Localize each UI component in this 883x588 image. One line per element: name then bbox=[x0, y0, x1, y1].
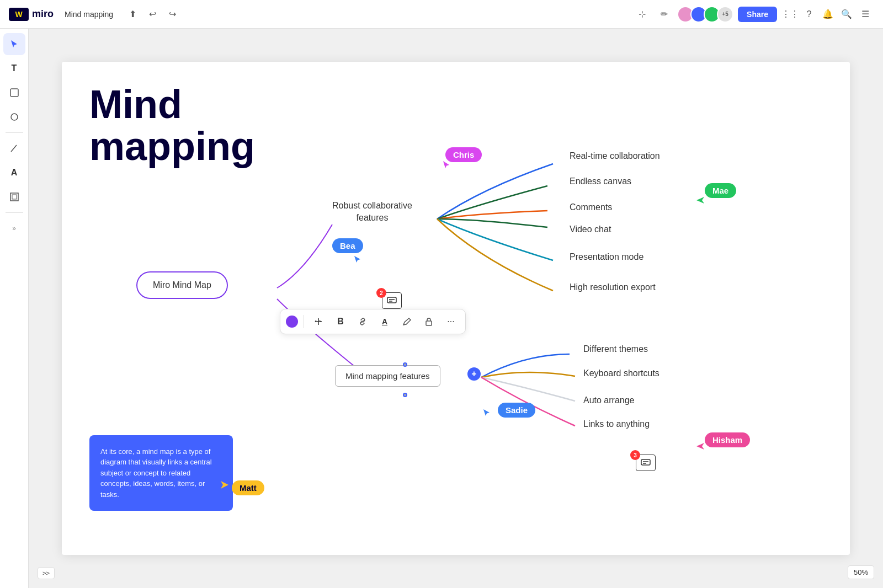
topbar-left: W miro Mind mapping ⬆ ↩ ↪ bbox=[9, 6, 182, 23]
topbar-icons: ⋮⋮ ? 🔔 🔍 ☰ bbox=[781, 6, 874, 23]
sidebar-item-font[interactable]: A bbox=[3, 162, 25, 184]
svg-rect-10 bbox=[387, 297, 396, 303]
toolbar-color-swatch[interactable] bbox=[286, 316, 298, 328]
selection-dot-1 bbox=[403, 362, 407, 367]
toolbar-pen[interactable] bbox=[398, 313, 416, 330]
marker-icon-btn[interactable]: ✏ bbox=[655, 6, 673, 23]
toolbar-link[interactable] bbox=[354, 313, 371, 330]
cursor-label-chris: Chris bbox=[445, 147, 482, 162]
export-button[interactable]: ⬆ bbox=[124, 6, 142, 23]
svg-rect-13 bbox=[641, 459, 650, 465]
notifications-icon-btn[interactable]: 🔔 bbox=[819, 6, 837, 23]
bea-cursor-arrow bbox=[353, 255, 363, 267]
toolbar-lock[interactable] bbox=[420, 313, 438, 330]
topbar-actions: ⬆ ↩ ↪ bbox=[124, 6, 182, 23]
branch-label-3: Comments bbox=[570, 202, 612, 212]
info-text: At its core, a mind map is a type of dia… bbox=[100, 447, 212, 499]
search-icon-btn[interactable]: 🔍 bbox=[838, 6, 855, 23]
sidebar-item-frame[interactable] bbox=[3, 186, 25, 208]
sidebar-separator-2 bbox=[6, 212, 23, 213]
sidebar-item-pen[interactable] bbox=[3, 137, 25, 159]
toolbar-font-color[interactable]: A bbox=[376, 313, 393, 330]
board: Mind mapping Miro Mind Map Robust collab… bbox=[62, 62, 850, 555]
branch-label-10: Links to anything bbox=[583, 419, 650, 429]
branch-label-6: High resolution export bbox=[570, 282, 656, 292]
toolbar-bold[interactable]: B bbox=[332, 313, 349, 330]
expand-sidebar-btn[interactable]: >> bbox=[38, 567, 55, 579]
info-box: At its core, a mind map is a type of dia… bbox=[89, 435, 233, 511]
share-button[interactable]: Share bbox=[738, 7, 777, 22]
redo-button[interactable]: ↪ bbox=[164, 6, 182, 23]
undo-button[interactable]: ↩ bbox=[144, 6, 162, 23]
svg-rect-9 bbox=[426, 321, 432, 325]
topbar-right: ⊹ ✏ +5 Share ⋮⋮ ? 🔔 🔍 ☰ bbox=[633, 6, 874, 23]
layout-icon-btn[interactable]: ⋮⋮ bbox=[781, 6, 799, 23]
board-content: Mind mapping Miro Mind Map Robust collab… bbox=[62, 62, 850, 555]
main: T A » bbox=[0, 29, 883, 588]
topbar: W miro Mind mapping ⬆ ↩ ↪ ⊹ ✏ +5 Share ⋮… bbox=[0, 0, 883, 29]
branch-label-9: Auto arrange bbox=[583, 395, 635, 405]
logo-text: miro bbox=[32, 8, 54, 20]
board-title: Mind mapping bbox=[89, 84, 255, 167]
svg-rect-4 bbox=[12, 195, 17, 199]
cursor-label-mae: Mae bbox=[705, 183, 736, 198]
menu-icon-btn[interactable]: ☰ bbox=[857, 6, 874, 23]
mae-cursor-arrow bbox=[695, 195, 706, 209]
branch-label-4: Video chat bbox=[570, 224, 611, 234]
cursor-label-bea: Bea bbox=[332, 238, 363, 253]
selection-dot-2 bbox=[403, 393, 407, 397]
hisham-cursor-arrow bbox=[695, 441, 706, 455]
miro-logo: W miro bbox=[9, 8, 54, 21]
sidebar-item-text[interactable]: T bbox=[3, 57, 25, 79]
sidebar-item-shape[interactable] bbox=[3, 106, 25, 128]
robust-node: Robust collaborative features bbox=[332, 200, 412, 224]
central-node[interactable]: Miro Mind Map bbox=[136, 271, 228, 299]
cursor-label-sadie: Sadie bbox=[498, 403, 535, 418]
canvas[interactable]: Mind mapping Miro Mind Map Robust collab… bbox=[29, 29, 883, 588]
sidebar: T A » bbox=[0, 29, 29, 588]
sidebar-item-sticky[interactable] bbox=[3, 82, 25, 104]
branch-label-5: Presentation mode bbox=[570, 252, 643, 262]
avatar-group: +5 bbox=[677, 6, 733, 23]
matt-label-wrapper: Matt bbox=[232, 480, 264, 495]
zoom-indicator: 50% bbox=[848, 565, 874, 579]
toolbar: B A ··· bbox=[280, 309, 466, 334]
branch-label-7: Different themes bbox=[583, 344, 648, 354]
logo-icon: W bbox=[9, 8, 29, 21]
avatar-more[interactable]: +5 bbox=[717, 6, 733, 23]
matt-arrow bbox=[216, 479, 230, 493]
sidebar-more[interactable]: » bbox=[3, 217, 25, 239]
branch-label-8: Keyboard shortcuts bbox=[583, 368, 659, 378]
help-icon-btn[interactable]: ? bbox=[800, 6, 818, 23]
svg-line-2 bbox=[11, 145, 17, 152]
cursor-label-hisham: Hisham bbox=[705, 432, 750, 447]
sidebar-item-select[interactable] bbox=[3, 33, 25, 55]
chat-badge-2: 3 bbox=[630, 450, 640, 460]
board-title[interactable]: Mind mapping bbox=[60, 8, 118, 21]
toolbar-more[interactable]: ··· bbox=[442, 313, 460, 330]
toolbar-separator-1 bbox=[304, 315, 304, 328]
svg-point-1 bbox=[11, 114, 18, 120]
chat-badge-1: 2 bbox=[376, 288, 386, 298]
branch-label-2: Endless canvas bbox=[570, 177, 631, 186]
features-plus-button[interactable]: + bbox=[467, 367, 481, 381]
branch-label-1: Real-time collaboration bbox=[570, 151, 660, 161]
svg-rect-0 bbox=[10, 89, 18, 97]
features-node[interactable]: Mind mapping features bbox=[335, 365, 440, 387]
sadie-cursor-arrow bbox=[482, 408, 492, 420]
svg-rect-3 bbox=[10, 193, 18, 201]
cursor-label-matt: Matt bbox=[232, 480, 264, 495]
toolbar-expand[interactable] bbox=[310, 313, 327, 330]
sidebar-separator bbox=[6, 132, 23, 133]
cursor-icon-btn[interactable]: ⊹ bbox=[633, 6, 651, 23]
